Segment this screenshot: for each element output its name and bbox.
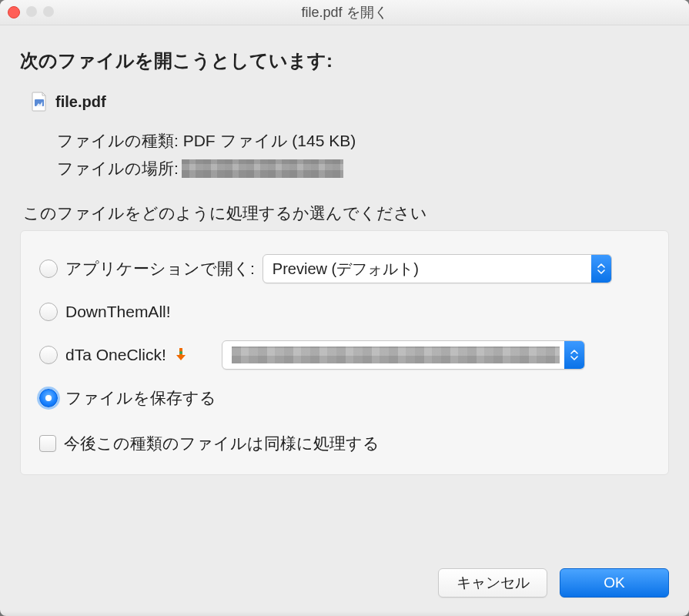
dta-oneclick-select[interactable] (222, 340, 585, 370)
cancel-button[interactable]: キャンセル (438, 568, 547, 598)
titlebar: file.pdf を開く (0, 0, 689, 25)
window-title: file.pdf を開く (0, 3, 689, 22)
heading: 次のファイルを開こうとしています: (20, 49, 669, 73)
option-open-with[interactable]: アプリケーションで開く: Preview (デフォルト) (39, 253, 650, 285)
action-prompt: このファイルをどのように処理するか選んでください (20, 203, 669, 224)
dialog-window: file.pdf を開く 次のファイルを開こうとしています: file.pdf … (0, 0, 689, 616)
file-name: file.pdf (55, 93, 106, 111)
option-downthemall[interactable]: DownThemAll! (39, 296, 650, 328)
radio-save-file[interactable] (39, 389, 58, 407)
button-bar: キャンセル OK (438, 568, 669, 598)
select-stepper-icon (591, 255, 611, 283)
file-type-label: ファイルの種類: (57, 127, 179, 155)
svg-point-1 (179, 351, 182, 354)
radio-open-with[interactable] (39, 259, 58, 278)
save-file-label: ファイルを保存する (65, 387, 216, 409)
window-controls (8, 6, 54, 18)
maximize-window-button[interactable] (43, 6, 54, 17)
select-stepper-icon (564, 341, 584, 369)
option-save-file[interactable]: ファイルを保存する (39, 382, 650, 414)
file-details: ファイルの種類: PDF ファイル (145 KB) ファイルの場所: (20, 127, 669, 182)
downthemall-label: DownThemAll! (65, 303, 171, 321)
remember-choice-row[interactable]: 今後この種類のファイルは同様に処理する (39, 433, 650, 454)
option-dta-oneclick[interactable]: dTa OneClick! (39, 339, 650, 371)
download-arrow-icon (174, 348, 188, 362)
file-location-label: ファイルの場所: (57, 155, 179, 182)
open-with-select[interactable]: Preview (デフォルト) (263, 254, 612, 283)
remember-choice-label: 今後この種類のファイルは同様に処理する (64, 433, 380, 454)
ok-button[interactable]: OK (560, 568, 669, 598)
options-panel: アプリケーションで開く: Preview (デフォルト) DownThemAll… (20, 230, 669, 475)
open-with-selected: Preview (デフォルト) (263, 259, 591, 280)
dialog-content: 次のファイルを開こうとしています: file.pdf ファイルの種類: PDF … (0, 25, 689, 475)
dta-oneclick-redacted (232, 346, 560, 363)
window-bottom-edge (0, 611, 689, 616)
file-type-value: PDF ファイル (145 KB) (183, 127, 356, 155)
radio-downthemall[interactable] (39, 303, 58, 321)
radio-dta-oneclick[interactable] (39, 346, 58, 364)
pdf-file-icon (31, 92, 48, 112)
open-with-label: アプリケーションで開く: (65, 258, 255, 280)
dta-oneclick-label: dTa OneClick! (65, 346, 166, 364)
minimize-window-button[interactable] (26, 6, 37, 17)
remember-choice-checkbox[interactable] (39, 435, 56, 452)
file-row: file.pdf (20, 92, 669, 112)
file-location-redacted (182, 159, 343, 178)
close-window-button[interactable] (8, 6, 20, 18)
